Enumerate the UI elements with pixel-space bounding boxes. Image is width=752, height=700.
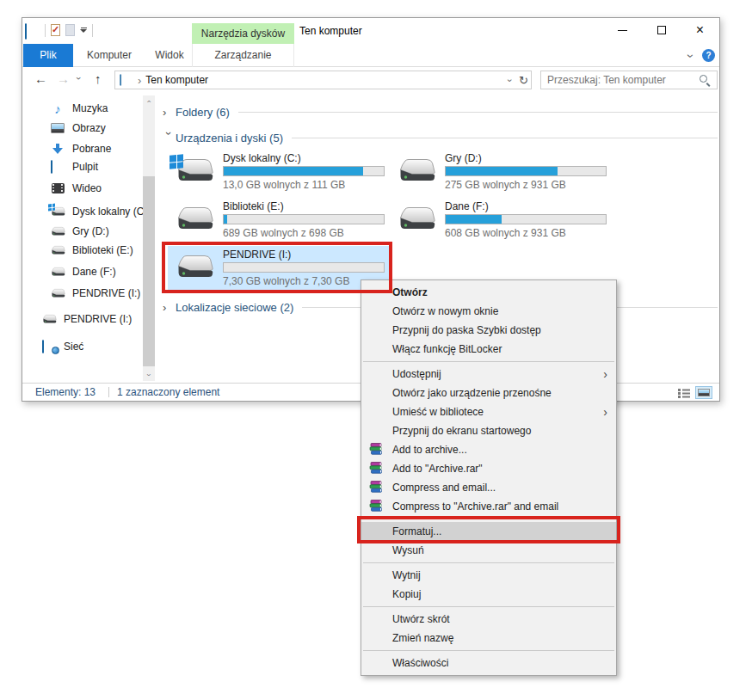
menu-separator bbox=[363, 650, 614, 651]
tab-view[interactable]: Widok bbox=[147, 44, 192, 67]
sidebar-item-obrazy[interactable]: Obrazy bbox=[50, 119, 106, 138]
chevron-down-icon[interactable]: › bbox=[163, 132, 176, 144]
drive-icon bbox=[173, 205, 214, 232]
sidebar-scrollbar[interactable]: › › bbox=[143, 95, 155, 381]
sidebar-item-siec[interactable]: Sieć bbox=[41, 337, 83, 356]
menu-item-bitlocker[interactable]: Włącz funkcję BitLocker bbox=[361, 340, 616, 359]
drive-name: Dane (F:) bbox=[445, 200, 607, 214]
sidebar-item-label: PENDRIVE (I:) bbox=[64, 313, 132, 325]
drive-tile-dane-f[interactable]: Dane (F:) 608 GB wolnych z 931 GB bbox=[390, 198, 613, 243]
menu-item-label: Compress to "Archive.rar" and email bbox=[392, 500, 558, 513]
menu-item-label: Kopiuj bbox=[392, 588, 421, 600]
breadcrumb-separator-icon: › bbox=[138, 74, 141, 87]
drive-free-space: 608 GB wolnych z 931 GB bbox=[445, 227, 607, 239]
group-label: Urządzenia i dyski (5) bbox=[176, 132, 283, 144]
minimize-button[interactable] bbox=[603, 18, 642, 42]
sidebar-item-label: Gry (D:) bbox=[72, 225, 109, 237]
menu-item-wytnij[interactable]: Wytnij bbox=[361, 566, 616, 585]
ribbon-collapse-icon[interactable]: › bbox=[686, 53, 698, 58]
drive-tile-dysk-c[interactable]: Dysk lokalny (C:) 13,0 GB wolnych z 111 … bbox=[168, 150, 391, 194]
menu-item-udostepnij[interactable]: Udostępnij› bbox=[361, 365, 616, 384]
refresh-icon[interactable]: ↻ bbox=[519, 74, 528, 87]
customize-toolbar-icon[interactable] bbox=[80, 28, 87, 33]
winrar-icon bbox=[369, 462, 383, 475]
drive-free-space: 13,0 GB wolnych z 111 GB bbox=[223, 179, 385, 191]
drive-name: Dysk lokalny (C:) bbox=[223, 151, 385, 166]
address-bar[interactable]: › Ten komputer › ↻ bbox=[114, 71, 532, 89]
group-header-foldery[interactable]: › Foldery (6) bbox=[156, 104, 718, 120]
menu-item-otworz-w-nowym-oknie[interactable]: Otwórz w nowym oknie bbox=[361, 302, 616, 321]
sidebar-item-muzyka[interactable]: ♪ Muzyka bbox=[50, 99, 108, 118]
tab-computer[interactable]: Komputer bbox=[83, 44, 136, 67]
menu-item-umiesc-w-bibliotece[interactable]: Umieść w bibliotece› bbox=[361, 402, 616, 421]
sidebar-item-dysk-c[interactable]: Dysk lokalny (C:) bbox=[50, 202, 151, 221]
winrar-icon bbox=[369, 443, 383, 456]
drive-icon bbox=[41, 314, 57, 324]
menu-item-przypnij-szybki-dostep[interactable]: Przypnij do paska Szybki dostęp bbox=[361, 321, 616, 340]
scroll-down-icon[interactable]: › bbox=[143, 369, 155, 381]
chevron-right-icon[interactable]: › bbox=[163, 301, 176, 314]
details-view-icon[interactable] bbox=[678, 388, 690, 398]
sidebar-item-pulpit[interactable]: Pulpit bbox=[50, 157, 98, 176]
menu-separator bbox=[363, 606, 614, 607]
address-dropdown-icon[interactable]: › bbox=[506, 79, 515, 83]
thumbnail-view-icon[interactable] bbox=[695, 386, 712, 399]
properties-icon[interactable] bbox=[51, 24, 60, 36]
menu-item-utworz-skrot[interactable]: Utwórz skrót bbox=[361, 610, 616, 629]
selection-count: 1 zaznaczony element bbox=[117, 386, 219, 398]
menu-item-add-to-archive[interactable]: Add to archive... bbox=[361, 440, 616, 459]
up-icon[interactable]: ↑ bbox=[95, 71, 102, 86]
tab-file[interactable]: Plik bbox=[23, 44, 73, 67]
menu-item-zmien-nazwe[interactable]: Zmień nazwę bbox=[361, 629, 616, 648]
breadcrumb[interactable]: Ten komputer bbox=[145, 74, 208, 86]
items-count: Elementy: 13 bbox=[35, 386, 96, 398]
menu-item-add-to-archive-rar[interactable]: Add to "Archive.rar" bbox=[361, 459, 616, 478]
menu-item-label: Otwórz w nowym oknie bbox=[392, 305, 498, 317]
annotation-box-formatuj bbox=[357, 516, 620, 543]
sidebar-item-label: Pobrane bbox=[72, 143, 111, 155]
drive-tile-gry-d[interactable]: Gry (D:) 275 GB wolnych z 931 GB bbox=[390, 150, 613, 194]
sidebar-item-label: PENDRIVE (I:) bbox=[72, 287, 140, 299]
menu-item-wysun[interactable]: Wysuń bbox=[361, 541, 616, 560]
help-icon[interactable]: ? bbox=[702, 49, 715, 62]
close-button[interactable]: × bbox=[681, 18, 719, 42]
title-bar[interactable]: Narzędzia dysków Ten komputer × bbox=[22, 18, 719, 44]
contextual-tab-header: Narzędzia dysków bbox=[192, 23, 294, 44]
drive-free-space: 275 GB wolnych z 931 GB bbox=[445, 179, 607, 191]
sidebar-item-wideo[interactable]: Wideo bbox=[50, 179, 102, 198]
drive-usage-bar bbox=[445, 214, 607, 224]
sidebar-item-dane-f[interactable]: Dane (F:) bbox=[50, 262, 116, 281]
maximize-button[interactable] bbox=[642, 18, 681, 42]
menu-item-compress-to-archive-rar-email[interactable]: Compress to "Archive.rar" and email bbox=[361, 497, 616, 516]
maximize-icon bbox=[657, 26, 666, 34]
menu-item-urzadzenie-przenosne[interactable]: Otwórz jako urządzenie przenośne bbox=[361, 384, 616, 402]
menu-item-compress-and-email[interactable]: Compress and email... bbox=[361, 478, 616, 497]
drive-icon bbox=[395, 205, 436, 232]
forward-icon[interactable]: → bbox=[57, 71, 70, 86]
chevron-right-icon[interactable]: › bbox=[163, 106, 176, 119]
group-header-urzadzenia[interactable]: › Urządzenia i dyski (5) bbox=[156, 130, 718, 145]
sidebar-item-pobrane[interactable]: Pobrane bbox=[50, 139, 111, 158]
sidebar-item-biblioteki-e[interactable]: Biblioteki (E:) bbox=[50, 241, 133, 260]
back-icon[interactable]: ← bbox=[34, 71, 47, 86]
sidebar-item-pendrive-root[interactable]: PENDRIVE (I:) bbox=[41, 310, 132, 329]
drive-tile-biblioteki-e[interactable]: Biblioteki (E:) 689 GB wolnych z 698 GB bbox=[168, 198, 391, 243]
scrollbar-thumb[interactable] bbox=[143, 176, 155, 366]
scroll-up-icon[interactable]: › bbox=[143, 95, 155, 107]
menu-item-otworz[interactable]: Otwórz bbox=[361, 283, 616, 302]
drive-name: Gry (D:) bbox=[445, 151, 607, 166]
sidebar-item-label: Sieć bbox=[64, 341, 83, 353]
tab-manage[interactable]: Zarządzanie bbox=[192, 44, 294, 67]
menu-item-przypnij-ekran-startowy[interactable]: Przypnij do ekranu startowego bbox=[361, 421, 616, 440]
music-note-icon: ♪ bbox=[50, 101, 65, 116]
toolbar-separator bbox=[45, 24, 46, 37]
sidebar-item-pendrive-i[interactable]: PENDRIVE (I:) bbox=[50, 284, 140, 303]
menu-item-kopiuj[interactable]: Kopiuj bbox=[361, 585, 616, 604]
new-folder-icon[interactable] bbox=[65, 24, 75, 36]
search-input[interactable] bbox=[541, 74, 699, 86]
sidebar-item-gry-d[interactable]: Gry (D:) bbox=[50, 222, 109, 241]
recent-locations-icon[interactable]: › bbox=[74, 77, 84, 80]
sidebar-item-label: Dane (F:) bbox=[72, 266, 116, 278]
search-icon[interactable] bbox=[699, 74, 711, 86]
menu-item-wlasciwosci[interactable]: Właściwości bbox=[361, 654, 616, 672]
